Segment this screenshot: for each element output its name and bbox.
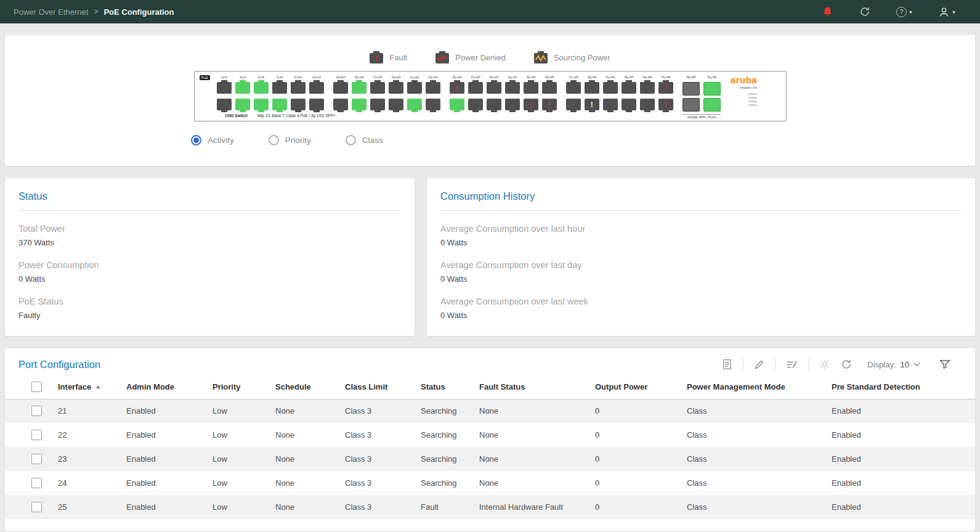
port-1[interactable] [217,82,232,94]
port-10[interactable] [291,99,306,110]
cell-schedule: None [275,471,345,495]
port-44[interactable] [622,99,636,110]
display-count-dropdown[interactable]: Display: 10 [867,360,920,369]
port-34[interactable] [524,99,538,110]
port-13[interactable] [333,82,348,94]
sfp-port-52[interactable] [703,98,721,112]
port-16[interactable] [352,99,366,110]
port-column: 21▴ ▾22 [407,75,423,110]
filter-funnel-icon[interactable] [939,359,950,370]
column-header-admin-mode[interactable]: Admin Mode [126,375,213,399]
port-43[interactable] [622,82,636,94]
row-checkbox-cell [5,423,58,447]
help-icon[interactable]: ? ▾ [896,7,912,17]
radio-icon [346,135,356,145]
port-6[interactable] [254,99,269,110]
port-40[interactable] [585,99,599,110]
port-45[interactable] [640,82,655,94]
table-row[interactable]: 21EnabledLowNoneClass 3SearchingNone0Cla… [5,399,975,423]
port-27[interactable] [468,82,483,94]
cell-power-management-mode: Class [687,423,832,447]
details-document-icon[interactable] [722,359,732,370]
port-4[interactable] [235,99,250,110]
port-20[interactable] [389,99,403,110]
port-9[interactable] [291,82,306,94]
port-15[interactable] [352,82,366,94]
switch-faceplate: PoE 1▴ ▾23▴ ▾45▴ ▾67▴ ▾89▴ ▾1011▴ ▾1213▴… [194,71,787,121]
port-14[interactable] [333,99,348,110]
row-checkbox[interactable] [31,478,42,488]
row-checkbox[interactable] [31,502,42,512]
column-header-priority[interactable]: Priority [213,375,275,399]
port-38[interactable] [566,99,581,110]
port-19[interactable] [389,82,403,94]
port-2[interactable] [217,99,232,110]
edit-pencil-icon[interactable] [754,359,764,370]
port-28[interactable] [468,99,483,110]
port-21[interactable] [407,82,422,94]
column-header-output-power[interactable]: Output Power [595,375,687,399]
row-checkbox[interactable] [31,406,42,416]
settings-gear-icon[interactable] [819,359,830,370]
port-column: 13▴ ▾14 [333,75,349,110]
view-radio-class[interactable]: Class [346,135,383,145]
port-37[interactable] [566,82,581,94]
column-header-schedule[interactable]: Schedule [275,375,345,399]
port-12[interactable] [309,99,324,110]
column-header-class-limit[interactable]: Class Limit [345,375,421,399]
port-48[interactable] [658,99,673,110]
table-row[interactable]: 25EnabledLowNoneClass 3FaultInternal Har… [5,495,975,519]
sort-ascending-icon: ▲ [95,384,100,390]
sfp-port-51[interactable] [703,82,721,96]
port-25[interactable] [450,82,464,94]
port-47[interactable] [658,82,673,94]
port-33[interactable] [524,82,538,94]
port-46[interactable] [640,99,655,110]
port-42[interactable] [603,99,618,110]
sfp-port-49[interactable] [682,82,700,96]
row-checkbox[interactable] [31,454,42,464]
column-header-pre-standard-detection[interactable]: Pre Standard Detection [832,375,975,399]
column-header-power-management-mode[interactable]: Power Management Mode [687,375,832,399]
port-24[interactable] [426,99,440,110]
cell-status: Searching [421,399,479,423]
row-checkbox[interactable] [31,430,42,440]
port-36[interactable] [542,99,557,110]
multi-edit-icon[interactable] [786,359,798,370]
port-30[interactable] [487,99,501,110]
breadcrumb-parent[interactable]: Power Over Ethernet [14,7,88,17]
table-row[interactable]: 23EnabledLowNoneClass 3SearchingNone0Cla… [5,447,975,471]
port-39[interactable] [585,82,599,94]
select-all-checkbox[interactable] [31,382,42,392]
port-35[interactable] [542,82,557,94]
notifications-bell-icon[interactable] [822,6,833,18]
port-41[interactable] [603,82,618,94]
port-3[interactable] [235,82,250,94]
port-22[interactable] [407,99,422,110]
port-8[interactable] [272,99,287,110]
column-header-fault-status[interactable]: Fault Status [479,375,595,399]
port-29[interactable] [487,82,501,94]
port-32[interactable] [505,99,520,110]
port-23[interactable] [426,82,440,94]
port-5[interactable] [254,82,269,94]
display-value: 10 [901,360,909,369]
table-row[interactable]: 22EnabledLowNoneClass 3SearchingNone0Cla… [5,423,975,447]
port-7[interactable] [272,82,287,94]
account-icon[interactable]: ▾ [938,6,955,18]
cell-power-management-mode: Class [687,471,832,495]
view-radio-priority[interactable]: Priority [269,135,311,145]
refresh-icon[interactable] [859,6,870,17]
port-17[interactable] [370,82,385,94]
column-header-interface[interactable]: Interface▲ [58,375,126,399]
port-11[interactable] [309,82,324,94]
view-radio-activity[interactable]: Activity [191,135,234,145]
port-31[interactable] [505,82,520,94]
port-18[interactable] [370,99,385,110]
column-header-status[interactable]: Status [421,375,479,399]
radio-icon [269,135,279,145]
table-refresh-icon[interactable] [841,359,852,370]
sfp-port-50[interactable] [682,98,700,112]
port-26[interactable] [450,99,464,110]
table-row[interactable]: 24EnabledLowNoneClass 3SearchingNone0Cla… [5,471,975,495]
